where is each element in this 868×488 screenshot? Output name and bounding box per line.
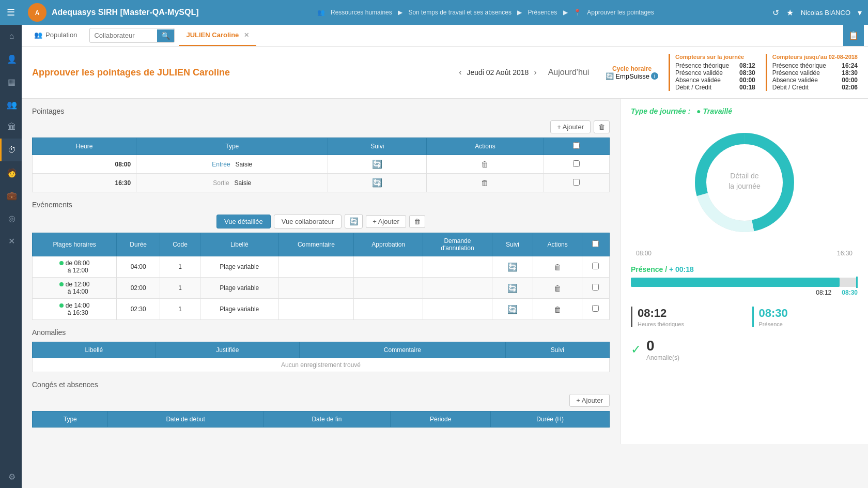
- check-row-1[interactable]: [573, 179, 580, 186]
- suivi-btn-0[interactable]: 🔄: [369, 158, 385, 170]
- tab-close-button[interactable]: ✕: [244, 32, 249, 39]
- today-button[interactable]: Aujourd'hui: [542, 66, 596, 79]
- delete-btn-0[interactable]: 🗑: [478, 159, 491, 170]
- clock-icon: ⏱: [8, 145, 16, 155]
- sidebar-item-person[interactable]: 🧑: [0, 161, 22, 184]
- stat-theorique-label: Heures théoriques: [638, 321, 737, 327]
- sidebar-item-building[interactable]: 🏛: [0, 116, 22, 139]
- evt-row-0: de 08:00 à 12:00 04:00 1 Plage variable …: [33, 256, 610, 278]
- star-icon[interactable]: ★: [786, 8, 794, 18]
- conges-toolbar: + Ajouter: [32, 394, 610, 407]
- sidebar-item-clock[interactable]: ⏱: [0, 139, 22, 161]
- sidebar-menu-toggle[interactable]: ☰: [0, 0, 22, 25]
- sidebar-item-grid[interactable]: ▦: [0, 70, 22, 93]
- events-add-button[interactable]: + Ajouter: [366, 215, 406, 228]
- refresh-events-button[interactable]: 🔄: [345, 214, 363, 228]
- col-suivi: Suivi: [328, 138, 427, 155]
- collaborateur-search[interactable]: 🔍: [89, 28, 175, 43]
- circle-icon: ◎: [8, 213, 16, 223]
- stats-row: 08:12 Heures théoriques 08:30 Présence: [631, 307, 858, 327]
- sidebar-item-circle[interactable]: ◎: [0, 207, 22, 230]
- sidebar-item-people[interactable]: 👥: [0, 93, 22, 116]
- tab-population[interactable]: 👥 Population: [26, 25, 85, 46]
- bar-marker: [856, 277, 858, 288]
- stat-presence-label: Présence: [759, 321, 858, 327]
- prev-date-button[interactable]: ‹: [459, 68, 461, 77]
- evt-approbation-1: [354, 278, 423, 299]
- counter-day-label: Compteurs sur la journée: [675, 54, 755, 60]
- info-icon[interactable]: i: [651, 72, 658, 80]
- cycle-value: EmpSuisse: [615, 72, 649, 80]
- tools-icon: ✕: [8, 236, 15, 246]
- conges-title: Congés et absences: [32, 380, 610, 389]
- presence-bar: [631, 278, 858, 287]
- evt-delete-btn-2[interactable]: 🗑: [551, 304, 564, 315]
- sidebar-item-home[interactable]: ⌂: [0, 25, 22, 48]
- vue-detaillee-button[interactable]: Vue détaillée: [216, 215, 271, 228]
- evt-row-1: de 12:00 à 14:00 02:00 1 Plage variable …: [33, 278, 610, 299]
- jour-type-dot: ●: [696, 107, 701, 115]
- check-row-0[interactable]: [573, 160, 580, 167]
- quick-action-button[interactable]: 📋: [843, 25, 864, 46]
- evt-check-row-1[interactable]: [592, 284, 599, 291]
- jour-type-label: Type de journée :: [631, 107, 690, 115]
- evt-suivi-btn-0[interactable]: 🔄: [505, 261, 520, 273]
- evt-check-row-2[interactable]: [592, 305, 599, 312]
- conges-col-duree: Durée (H): [491, 411, 610, 428]
- cycle-icon: 🔄: [606, 72, 614, 80]
- sidebar-item-tools[interactable]: ✕: [0, 230, 22, 252]
- evt-delete-btn-0[interactable]: 🗑: [551, 262, 564, 272]
- conges-add-button[interactable]: + Ajouter: [569, 394, 610, 407]
- evt-check-0: [582, 256, 609, 278]
- suivi-btn-1[interactable]: 🔄: [369, 177, 385, 189]
- evt-delete-btn-1[interactable]: 🗑: [551, 283, 564, 294]
- anomalies-title: Anomalies: [32, 328, 610, 337]
- donut-chart-container: Détail de la journée: [631, 126, 858, 239]
- nav-tab-end: 📋: [843, 25, 864, 46]
- col-heure: Heure: [33, 138, 136, 155]
- sidebar-item-user[interactable]: 👤: [0, 48, 22, 70]
- evt-suivi-btn-1[interactable]: 🔄: [505, 282, 520, 294]
- evt-libelle-0: Plage variable: [200, 256, 278, 278]
- heure-1: 16:30: [33, 174, 136, 192]
- page-header: Approuver les pointages de JULIEN Caroli…: [22, 47, 868, 99]
- actions-1: 🗑: [427, 174, 544, 192]
- current-date: Jeudi 02 Août 2018: [467, 68, 529, 77]
- vue-collaborateur-button[interactable]: Vue collaborateur: [274, 215, 342, 228]
- evt-libelle-2: Plage variable: [200, 299, 278, 320]
- type-label-1: Sortie: [213, 179, 229, 187]
- evt-plage-2: de 14:00 à 16:30: [33, 299, 117, 320]
- anomalie-number: 0: [646, 338, 679, 354]
- suivi-1: 🔄: [328, 174, 427, 192]
- sidebar-item-settings[interactable]: ⚙: [0, 465, 22, 488]
- anomalies-section: Anomalies Libellé Justifiée Commentaire …: [32, 328, 610, 372]
- user-menu[interactable]: Nicolas BIANCO: [801, 9, 850, 17]
- left-panel: Pointages + Ajouter 🗑 Heure Type Suivi A…: [22, 99, 620, 444]
- next-date-button[interactable]: ›: [534, 68, 536, 77]
- evt-check-row-0[interactable]: [592, 263, 599, 269]
- search-input[interactable]: [90, 30, 157, 41]
- tab-julien-caroline[interactable]: JULIEN Caroline ✕: [179, 25, 256, 46]
- evt-suivi-btn-2[interactable]: 🔄: [505, 303, 520, 315]
- pointages-delete-button[interactable]: 🗑: [594, 120, 610, 133]
- cycle-label: Cycle horaire: [606, 65, 658, 72]
- breadcrumb: 👥 Ressources humaines ▶ Son temps de tra…: [204, 9, 767, 16]
- sidebar-item-briefcase[interactable]: 💼: [0, 184, 22, 207]
- pointages-add-button[interactable]: + Ajouter: [550, 120, 591, 133]
- col-actions: Actions: [427, 138, 544, 155]
- briefcase-icon: 💼: [7, 191, 17, 201]
- counter-total-value-3: 02:06: [842, 84, 858, 91]
- select-all-pointages[interactable]: [573, 142, 580, 149]
- delete-btn-1[interactable]: 🗑: [478, 177, 491, 188]
- anom-col-suivi: Suivi: [505, 342, 609, 358]
- dot-1: [59, 282, 64, 286]
- actions-0: 🗑: [427, 155, 544, 174]
- search-button[interactable]: 🔍: [157, 29, 174, 42]
- select-all-events[interactable]: [592, 240, 599, 247]
- events-delete-button[interactable]: 🗑: [409, 215, 425, 228]
- history-icon[interactable]: ↺: [772, 8, 779, 18]
- col-check: [544, 138, 609, 155]
- user-dropdown-icon[interactable]: ▾: [858, 8, 862, 18]
- evt-row-2: de 14:00 à 16:30 02:30 1 Plage variable …: [33, 299, 610, 320]
- type-label-0[interactable]: Entrée: [212, 161, 230, 168]
